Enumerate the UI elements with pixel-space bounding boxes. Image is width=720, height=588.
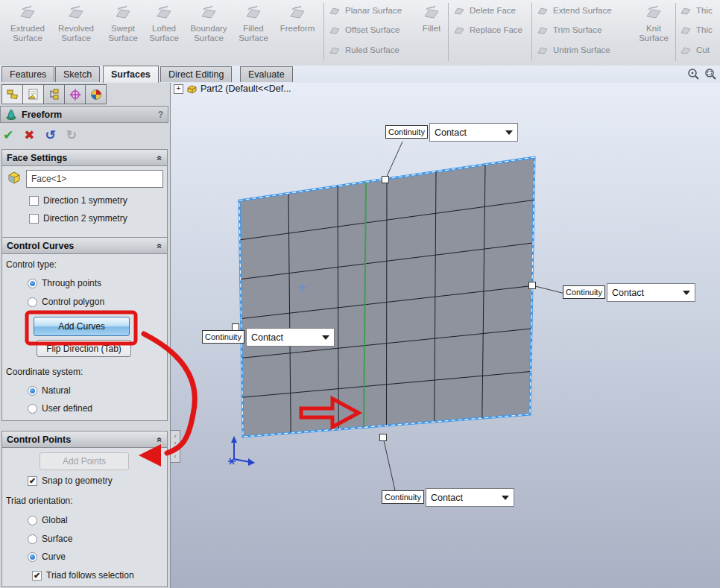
cancel-button[interactable]: ✖: [24, 127, 34, 143]
user-defined-radio[interactable]: User defined: [28, 403, 92, 414]
checkbox-checked[interactable]: ✔: [28, 476, 37, 486]
lofted-surface-button[interactable]: Lofted Surface: [145, 3, 183, 63]
control-curves-header[interactable]: Control Curves«: [2, 238, 167, 254]
field-value: Face<1>: [31, 174, 66, 184]
face-selection-field[interactable]: Face<1>: [26, 170, 163, 188]
filled-surface-button[interactable]: Filled Surface: [236, 3, 271, 63]
extend-surface-button[interactable]: Extend Surface: [537, 2, 612, 19]
continuity-control-left: Continuity Contact: [202, 328, 335, 347]
checkbox-checked[interactable]: ✔: [32, 571, 42, 581]
collapse-icon[interactable]: «: [155, 437, 165, 442]
tab-sketch[interactable]: Sketch: [55, 66, 100, 82]
radio-selected[interactable]: [28, 386, 37, 396]
planar-surface-button[interactable]: Planar Surface: [329, 2, 402, 19]
button-label: Filled Surface: [236, 24, 271, 43]
face-settings-header[interactable]: Face Settings«: [2, 150, 167, 166]
feature-manager-tab[interactable]: [1, 84, 23, 104]
property-manager-tab[interactable]: [22, 84, 44, 104]
curve-radio[interactable]: Curve: [28, 551, 66, 562]
through-points-radio[interactable]: Through points: [28, 278, 101, 288]
filled-surface-icon: [244, 3, 262, 22]
edge-handle-bottom[interactable]: [380, 434, 387, 441]
button-label: Replace Face: [470, 25, 522, 35]
trim-surface-button[interactable]: Trim Surface: [537, 22, 601, 38]
radio-selected[interactable]: [28, 279, 37, 288]
add-points-button[interactable]: Add Points: [40, 452, 129, 470]
fillet-button[interactable]: Fillet: [417, 3, 446, 63]
control-points-header[interactable]: Control Points«: [2, 431, 167, 448]
global-radio[interactable]: Global: [28, 515, 68, 525]
extruded-surface-button[interactable]: Extruded Surface: [4, 3, 51, 63]
checkbox-unchecked[interactable]: [29, 196, 39, 206]
boundary-surface-icon: [200, 3, 218, 22]
radio-label: Natural: [42, 385, 71, 396]
ruled-surface-button[interactable]: Ruled Surface: [329, 42, 400, 58]
radio-unselected[interactable]: [28, 404, 37, 414]
help-icon[interactable]: ?: [158, 110, 163, 120]
boundary-surface-button[interactable]: Boundary Surface: [185, 3, 233, 63]
continuity-tag: Continuity: [563, 285, 605, 299]
ribbon-divider: [323, 3, 324, 61]
leader-bottom: [383, 437, 395, 490]
button-label: Thic: [696, 6, 713, 16]
button-label: Thic: [696, 25, 713, 35]
checkbox-label: Direction 2 symmetry: [43, 213, 127, 224]
panel-splitter-handle[interactable]: ‹ ‹ ‹ ‹: [170, 430, 180, 463]
display-manager-tab[interactable]: [85, 84, 107, 104]
natural-radio[interactable]: Natural: [28, 385, 71, 396]
continuity-dropdown[interactable]: Contact: [607, 283, 695, 302]
radio-unselected[interactable]: [28, 297, 37, 307]
collapse-icon[interactable]: «: [155, 243, 165, 248]
group-title: Control Curves: [7, 241, 74, 251]
control-polygon-radio[interactable]: Control polygon: [28, 297, 104, 307]
property-actions: ✔ ✖ ↺ ↻: [3, 126, 77, 144]
radio-label: Curve: [42, 551, 66, 562]
button-label: Lofted Surface: [145, 24, 183, 43]
tab-surfaces[interactable]: Surfaces: [103, 66, 159, 83]
thicken-button[interactable]: Thic: [680, 2, 713, 19]
edge-handle-right[interactable]: [529, 282, 536, 289]
button-label: Freeform: [280, 24, 315, 34]
undo-button[interactable]: ↺: [45, 127, 56, 143]
freeform-button[interactable]: Freeform: [274, 3, 320, 63]
knit-surface-button[interactable]: Knit Surface: [635, 3, 672, 63]
direction1-symmetry-checkbox[interactable]: Direction 1 symmetry: [29, 195, 127, 206]
replace-face-button[interactable]: Replace Face: [453, 22, 522, 38]
ok-button[interactable]: ✔: [3, 127, 13, 143]
untrim-surface-button[interactable]: Untrim Surface: [537, 42, 610, 58]
surface-radio[interactable]: Surface: [28, 534, 72, 544]
continuity-dropdown[interactable]: Contact: [246, 328, 335, 347]
checkbox-unchecked[interactable]: [29, 214, 39, 224]
zoom-to-fit-icon[interactable]: [687, 68, 700, 80]
collapse-icon[interactable]: «: [155, 155, 165, 160]
delete-face-button[interactable]: Delete Face: [453, 2, 516, 19]
face-settings-group: Face Settings« Face<1> Direction 1 symme…: [1, 149, 168, 238]
revolved-surface-button[interactable]: Revolved Surface: [52, 3, 100, 63]
dimxpert-manager-tab[interactable]: [64, 84, 86, 104]
freeform-icon: [288, 3, 306, 22]
cut-with-surface-button[interactable]: Cut: [680, 42, 710, 58]
tab-label: Features: [10, 69, 46, 80]
continuity-dropdown[interactable]: Contact: [426, 488, 514, 507]
radio-unselected[interactable]: [28, 516, 37, 525]
direction2-symmetry-checkbox[interactable]: Direction 2 symmetry: [29, 213, 127, 224]
continuity-dropdown[interactable]: Contact: [429, 123, 518, 142]
swept-surface-button[interactable]: Swept Surface: [103, 3, 143, 63]
tab-features[interactable]: Features: [1, 66, 54, 82]
flip-direction-button[interactable]: Flip Direction (Tab): [37, 340, 131, 357]
edge-handle-top[interactable]: [382, 177, 389, 183]
radio-unselected[interactable]: [28, 534, 37, 544]
thickened-cut-button[interactable]: Thic: [680, 22, 713, 38]
zoom-to-area-icon[interactable]: [704, 68, 717, 80]
tab-evaluate[interactable]: Evaluate: [240, 66, 293, 82]
add-curves-button[interactable]: Add Curves: [34, 317, 130, 336]
tab-direct-editing[interactable]: Direct Editing: [160, 66, 232, 82]
configuration-manager-tab[interactable]: [43, 84, 65, 104]
offset-surface-button[interactable]: Offset Surface: [329, 22, 400, 38]
triad-follows-selection-checkbox[interactable]: ✔Triad follows selection: [32, 570, 134, 581]
leader-top: [385, 142, 402, 180]
radio-selected[interactable]: [28, 552, 37, 562]
chevron-down-icon: [683, 291, 690, 295]
snap-to-geometry-checkbox[interactable]: ✔Snap to geometry: [28, 475, 113, 486]
button-label: Offset Surface: [345, 25, 400, 35]
